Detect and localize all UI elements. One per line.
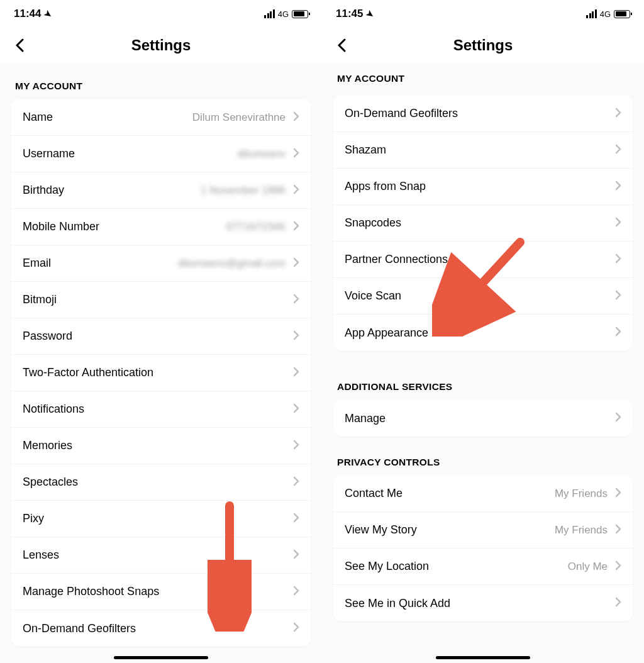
row-label: Voice Scan xyxy=(345,289,401,303)
row-value: 0771672345 xyxy=(226,221,286,233)
chevron-right-icon xyxy=(293,111,299,124)
row-memories[interactable]: Memories xyxy=(11,428,311,464)
row-on-demand-geofilters[interactable]: On-Demand Geofilters xyxy=(11,610,311,647)
row-password[interactable]: Password xyxy=(11,318,311,355)
signal-icon xyxy=(264,9,275,18)
row-manage[interactable]: Manage xyxy=(333,400,633,437)
section-header-privacy-controls: PRIVACY CONTROLS xyxy=(322,437,644,476)
row-right xyxy=(293,367,299,379)
row-two-factor-authentication[interactable]: Two-Factor Authentication xyxy=(11,355,311,391)
row-label: Pixy xyxy=(23,512,44,525)
content[interactable]: MY ACCOUNT On-Demand GeofiltersShazamApp… xyxy=(322,63,644,663)
row-partner-connections[interactable]: Partner Connections xyxy=(333,242,633,278)
page-title: Settings xyxy=(453,36,513,54)
location-icon: ➤ xyxy=(43,8,55,20)
row-label: Mobile Number xyxy=(23,220,99,233)
back-button[interactable] xyxy=(10,36,29,55)
row-contact-me[interactable]: Contact MeMy Friends xyxy=(333,476,633,512)
row-label: Name xyxy=(23,111,53,124)
network-label: 4G xyxy=(600,9,611,19)
chevron-right-icon xyxy=(615,217,621,230)
home-indicator xyxy=(114,656,208,659)
row-spectacles[interactable]: Spectacles xyxy=(11,464,311,501)
chevron-right-icon xyxy=(293,513,299,525)
row-lenses[interactable]: Lenses xyxy=(11,537,311,574)
row-label: On-Demand Geofilters xyxy=(23,622,136,635)
row-email[interactable]: Emaildilumsenv@gmail.com xyxy=(11,245,311,282)
row-notifications[interactable]: Notifications xyxy=(11,391,311,428)
chevron-right-icon xyxy=(615,290,621,303)
chevron-right-icon xyxy=(615,181,621,193)
row-label: On-Demand Geofilters xyxy=(345,107,458,120)
row-birthday[interactable]: Birthday1 November 1996 xyxy=(11,172,311,209)
status-right: 4G xyxy=(586,9,630,19)
chevron-right-icon xyxy=(615,144,621,157)
chevron-right-icon xyxy=(293,221,299,233)
row-right xyxy=(293,294,299,306)
chevron-right-icon xyxy=(615,326,621,339)
row-view-my-story[interactable]: View My StoryMy Friends xyxy=(333,512,633,549)
row-username[interactable]: Usernamedilumsenv xyxy=(11,136,311,172)
status-right: 4G xyxy=(264,9,308,19)
chevron-left-icon xyxy=(337,38,346,52)
row-value: Dilum Senevirathne xyxy=(192,111,286,124)
nav-header: Settings xyxy=(0,28,322,63)
row-bitmoji[interactable]: Bitmoji xyxy=(11,282,311,318)
row-label: View My Story xyxy=(345,523,417,537)
status-bar: 11:45 ➤ 4G xyxy=(322,0,644,28)
row-right: 1 November 1996 xyxy=(201,184,299,197)
row-manage-photoshoot-snaps[interactable]: Manage Photoshoot Snaps xyxy=(11,574,311,610)
row-label: See Me in Quick Add xyxy=(345,597,450,610)
chevron-right-icon xyxy=(615,412,621,425)
nav-header: Settings xyxy=(322,28,644,63)
signal-icon xyxy=(586,9,597,18)
row-pixy[interactable]: Pixy xyxy=(11,501,311,537)
row-label: Manage Photoshoot Snaps xyxy=(23,585,159,598)
row-right: My Friends xyxy=(555,524,621,537)
row-shazam[interactable]: Shazam xyxy=(333,132,633,169)
row-name[interactable]: NameDilum Senevirathne xyxy=(11,99,311,136)
status-left: 11:44 ➤ xyxy=(14,8,52,20)
row-app-appearance[interactable]: App Appearance xyxy=(333,315,633,351)
row-value: My Friends xyxy=(555,524,608,537)
row-label: Email xyxy=(23,257,51,270)
row-mobile-number[interactable]: Mobile Number0771672345 xyxy=(11,209,311,245)
row-label: Username xyxy=(23,147,75,160)
row-label: See My Location xyxy=(345,560,429,573)
row-value: Only Me xyxy=(568,560,608,573)
row-label: Shazam xyxy=(345,143,386,157)
home-indicator xyxy=(436,656,530,659)
phone-right: 11:45 ➤ 4G Settings MY ACCOUNT On-Demand… xyxy=(322,0,644,663)
row-right xyxy=(293,586,299,598)
row-snapcodes[interactable]: Snapcodes xyxy=(333,205,633,242)
row-right xyxy=(615,254,621,266)
chevron-right-icon xyxy=(293,476,299,489)
row-right: My Friends xyxy=(555,488,621,500)
row-right: Dilum Senevirathne xyxy=(192,111,299,124)
row-value: dilumsenv xyxy=(237,148,286,160)
chevron-right-icon xyxy=(293,440,299,452)
chevron-right-icon xyxy=(293,367,299,379)
row-see-my-location[interactable]: See My LocationOnly Me xyxy=(333,549,633,585)
row-apps-from-snap[interactable]: Apps from Snap xyxy=(333,169,633,205)
status-left: 11:45 ➤ xyxy=(336,8,374,20)
row-voice-scan[interactable]: Voice Scan xyxy=(333,278,633,315)
phone-left: 11:44 ➤ 4G Settings MY ACCOUNT NameDilum… xyxy=(0,0,322,663)
settings-card-privacy-controls: Contact MeMy FriendsView My StoryMy Frie… xyxy=(333,476,633,621)
chevron-right-icon xyxy=(293,294,299,306)
row-label: Snapcodes xyxy=(345,216,401,230)
content[interactable]: MY ACCOUNT NameDilum SenevirathneUsernam… xyxy=(0,63,322,663)
chevron-right-icon xyxy=(293,403,299,416)
row-value: 1 November 1996 xyxy=(201,184,286,197)
row-see-me-in-quick-add[interactable]: See Me in Quick Add xyxy=(333,585,633,621)
chevron-right-icon xyxy=(615,524,621,537)
row-label: Notifications xyxy=(23,403,84,416)
chevron-right-icon xyxy=(293,622,299,635)
row-right xyxy=(615,108,621,120)
back-button[interactable] xyxy=(332,36,351,55)
row-on-demand-geofilters[interactable]: On-Demand Geofilters xyxy=(333,96,633,132)
row-label: Lenses xyxy=(23,549,59,562)
row-label: Birthday xyxy=(23,184,64,197)
settings-card-my-account: On-Demand GeofiltersShazamApps from Snap… xyxy=(333,96,633,351)
row-label: Manage xyxy=(345,412,386,425)
